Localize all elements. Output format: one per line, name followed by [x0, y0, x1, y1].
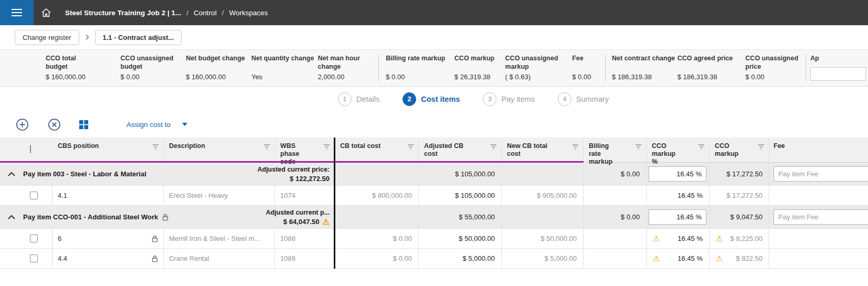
- change-register-button[interactable]: Change register: [15, 30, 79, 45]
- breadcrumb-workspaces[interactable]: Workspaces: [229, 9, 268, 17]
- lock-icon: [152, 255, 158, 262]
- cco-markup-pct-input[interactable]: [649, 209, 706, 225]
- cco-markup-cell: ⚠ $ 8,225.00: [710, 229, 769, 248]
- step-number: 1: [338, 92, 352, 106]
- cco-markup-pct-input[interactable]: [649, 166, 706, 182]
- column-label: Fee: [774, 142, 785, 150]
- filter-icon[interactable]: [698, 144, 705, 152]
- grid-header-row: CBS position Description WBS phase code …: [0, 137, 868, 163]
- cco-markup-pct-value: 16.45 %: [678, 255, 703, 262]
- breadcrumb: Steel Structure Training Job 2 | 1... / …: [65, 0, 268, 25]
- new-cb-total-cost-cell: [502, 206, 584, 228]
- select-all-header: [23, 137, 52, 162]
- selected-change-chip[interactable]: 1.1 - Contract adjust...: [95, 30, 182, 45]
- row-checkbox[interactable]: [30, 192, 38, 199]
- cco-markup-pct-cell: ⚠ 16.45 %: [647, 249, 710, 268]
- step-details[interactable]: 1 Details: [338, 92, 379, 106]
- column-header-fee[interactable]: Fee: [769, 137, 868, 162]
- add-row-button[interactable]: [16, 118, 29, 131]
- cco-markup-value: $ 822.50: [736, 255, 763, 262]
- adjusted-price-label: Adjusted current price:: [257, 165, 330, 174]
- column-header-cco-markup[interactable]: CCO markup: [710, 137, 769, 162]
- menu-button[interactable]: [0, 0, 34, 25]
- collapse-group-button[interactable]: [0, 206, 23, 228]
- row-select-cell: [23, 186, 52, 205]
- column-header-cb-total-cost[interactable]: CB total cost: [335, 137, 419, 162]
- cost-item-row: 4.1 Erect Steel - Heavy 1074 $ 800,000.0…: [0, 186, 868, 206]
- breadcrumb-separator: /: [222, 9, 224, 17]
- filter-icon[interactable]: [572, 144, 579, 152]
- cbs-position-cell: 4.4: [52, 249, 164, 268]
- filter-icon[interactable]: [490, 144, 497, 152]
- fee-cell: [769, 186, 868, 205]
- top-bar: Steel Structure Training Job 2 | 1... / …: [0, 0, 868, 25]
- breadcrumb-project[interactable]: Steel Structure Training Job 2 | 1...: [65, 9, 181, 17]
- wbs-phase-code-cell: 1074: [275, 186, 335, 205]
- metric-value: $ 26,319.38: [454, 73, 503, 81]
- row-checkbox[interactable]: [30, 235, 38, 242]
- metric-value: $ 0.00: [572, 73, 603, 81]
- step-cost-items[interactable]: 2 Cost items: [403, 92, 460, 106]
- approved-field[interactable]: [810, 67, 866, 81]
- new-cb-total-cost-cell: [502, 163, 584, 185]
- selected-columns-indicator: [0, 161, 584, 163]
- adjusted-price-value: $ 122,272.50: [290, 174, 330, 183]
- home-button[interactable]: [34, 0, 59, 25]
- metric-label: CCO unassigned budget: [121, 55, 184, 71]
- select-all-checkbox[interactable]: [30, 145, 31, 153]
- adjusted-price-value: $ 64,047.50: [283, 217, 320, 226]
- filter-icon[interactable]: [323, 144, 330, 152]
- column-label: CCO markup: [715, 142, 744, 158]
- pay-item-group-row: Pay item CCO-001 - Additional Steel Work…: [0, 206, 868, 229]
- remove-row-button[interactable]: [48, 118, 61, 131]
- adjusted-cb-cost-cell: $ 50,000.00: [419, 229, 502, 248]
- metric-cco-agreed-price: CCO agreed price $ 186,319.38: [678, 50, 746, 86]
- metric-label: CCO agreed price: [678, 55, 744, 63]
- metric-value: $ 186,319.38: [678, 73, 744, 81]
- column-header-wbs-phase-code[interactable]: WBS phase code: [275, 137, 335, 162]
- adjusted-cb-cost-cell: $ 55,000.00: [419, 206, 502, 228]
- cco-markup-pct-value: 16.45 %: [678, 235, 703, 242]
- cco-markup-cell: ⚠ $ 822.50: [710, 249, 769, 268]
- step-summary[interactable]: 4 Summary: [558, 92, 609, 106]
- filter-icon[interactable]: [635, 144, 642, 152]
- metric-label: Net quantity change: [251, 55, 316, 63]
- column-layout-button[interactable]: [79, 120, 89, 130]
- column-header-adjusted-cb-cost[interactable]: Adjusted CB cost: [419, 137, 502, 162]
- pay-item-fee-input[interactable]: [774, 209, 868, 225]
- metric-value: $ 0.00: [121, 73, 184, 81]
- filter-icon[interactable]: [758, 144, 765, 152]
- warning-icon: ⚠: [716, 235, 723, 242]
- filter-icon[interactable]: [152, 144, 159, 152]
- lock-icon: [162, 214, 168, 221]
- filter-icon[interactable]: [407, 144, 414, 152]
- column-header-billing-rate-markup[interactable]: Billing rate markup: [584, 137, 647, 162]
- description-cell: Erect Steel - Heavy: [164, 186, 275, 205]
- cco-markup-cell: $ 9,047.50: [710, 206, 769, 228]
- column-header-cbs-position[interactable]: CBS position: [52, 137, 164, 162]
- cco-markup-pct-cell: [647, 163, 710, 185]
- billing-rate-markup-cell: $ 0.00: [584, 163, 647, 185]
- collapse-group-button[interactable]: [0, 163, 23, 185]
- breadcrumb-separator: /: [186, 9, 188, 17]
- group-title: Pay item CCO-001 - Additional Steel Work: [23, 213, 168, 221]
- breadcrumb-control[interactable]: Control: [194, 9, 217, 17]
- column-header-new-cb-total-cost[interactable]: New CB total cost: [502, 137, 584, 162]
- assign-cost-to-label: Assign cost to: [126, 121, 171, 129]
- row-select-cell: [23, 249, 52, 268]
- row-indent: [0, 186, 23, 205]
- filter-icon[interactable]: [263, 144, 270, 152]
- new-cb-total-cost-cell: $ 50,000.00: [502, 229, 584, 248]
- expand-column-header: [0, 137, 23, 162]
- step-label: Summary: [576, 95, 609, 103]
- column-header-cco-markup-pct[interactable]: CCO markup %: [647, 137, 710, 162]
- row-checkbox[interactable]: [30, 255, 38, 262]
- pay-item-fee-input[interactable]: [774, 166, 868, 182]
- column-header-description[interactable]: Description: [164, 137, 275, 162]
- assign-cost-to-dropdown[interactable]: Assign cost to: [126, 121, 187, 129]
- column-label: CBS position: [58, 142, 99, 150]
- cb-total-cost-cell: $ 0.00: [335, 249, 419, 268]
- frozen-pane-divider[interactable]: [334, 137, 335, 269]
- step-pay-items[interactable]: 3 Pay items: [483, 92, 535, 106]
- cbs-position-value: 4.1: [58, 192, 67, 199]
